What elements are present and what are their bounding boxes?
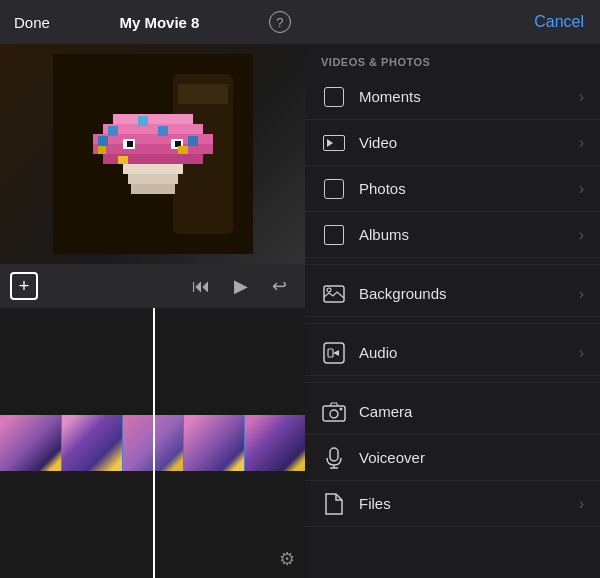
right-header: Cancel — [305, 0, 600, 44]
voiceover-svg — [325, 447, 343, 469]
settings-icon[interactable]: ⚙ — [279, 549, 295, 569]
svg-rect-30 — [330, 448, 338, 461]
svg-rect-14 — [131, 184, 175, 194]
svg-rect-16 — [138, 116, 148, 126]
svg-rect-2 — [178, 84, 228, 104]
menu-item-voiceover[interactable]: Voiceover — [305, 435, 600, 481]
svg-rect-15 — [108, 126, 118, 136]
section-label: VIDEOS & PHOTOS — [305, 44, 600, 74]
albums-icon — [321, 222, 347, 248]
clip-thumb-2 — [61, 415, 122, 471]
menu-item-files[interactable]: Files › — [305, 481, 600, 527]
photos-chevron: › — [579, 180, 584, 198]
menu-item-camera[interactable]: Camera — [305, 389, 600, 435]
albums-chevron: › — [579, 226, 584, 244]
clip-thumb-1 — [0, 415, 61, 471]
photos-icon — [321, 176, 347, 202]
menu-item-video[interactable]: Video › — [305, 120, 600, 166]
svg-rect-17 — [158, 126, 168, 136]
gear-area[interactable]: ⚙ — [279, 548, 295, 570]
menu-item-albums[interactable]: Albums › — [305, 212, 600, 258]
svg-point-29 — [340, 407, 343, 410]
video-chevron: › — [579, 134, 584, 152]
svg-rect-22 — [98, 146, 106, 154]
camera-icon — [321, 399, 347, 425]
preview-image — [0, 44, 305, 264]
camera-label: Camera — [359, 403, 584, 420]
preview-area — [0, 44, 305, 264]
voiceover-label: Voiceover — [359, 449, 584, 466]
photos-label: Photos — [359, 180, 579, 197]
top-bar: Done My Movie 8 ? — [0, 0, 305, 44]
done-button[interactable]: Done — [14, 14, 50, 31]
backgrounds-label: Backgrounds — [359, 285, 579, 302]
menu-item-moments[interactable]: Moments › — [305, 74, 600, 120]
svg-rect-20 — [118, 156, 128, 164]
albums-label: Albums — [359, 226, 579, 243]
menu-item-audio[interactable]: Audio › — [305, 330, 600, 376]
camera-svg — [322, 402, 346, 422]
preview-art — [53, 54, 253, 254]
divider-3 — [305, 382, 600, 383]
clip-thumb-5 — [244, 415, 305, 471]
cancel-button[interactable]: Cancel — [534, 13, 584, 31]
svg-point-24 — [327, 288, 331, 292]
toolbar: + ⏮ ▶ ↩ — [0, 264, 305, 308]
clip-thumb-4 — [183, 415, 244, 471]
divider-2 — [305, 323, 600, 324]
audio-chevron: › — [579, 344, 584, 362]
video-icon — [321, 130, 347, 156]
skip-to-start-button[interactable]: ⏮ — [184, 272, 218, 301]
svg-rect-10 — [127, 141, 133, 147]
svg-rect-12 — [123, 164, 183, 174]
svg-rect-18 — [188, 136, 198, 146]
divider-1 — [305, 264, 600, 265]
svg-rect-19 — [98, 136, 108, 146]
moments-label: Moments — [359, 88, 579, 105]
undo-button[interactable]: ↩ — [264, 271, 295, 301]
audio-svg — [323, 342, 345, 364]
files-icon — [321, 491, 347, 517]
audio-icon — [321, 340, 347, 366]
right-panel: Cancel VIDEOS & PHOTOS Moments › Video ›… — [305, 0, 600, 578]
left-panel: Done My Movie 8 ? — [0, 0, 305, 578]
play-button[interactable]: ▶ — [226, 271, 256, 301]
files-svg — [324, 493, 344, 515]
voiceover-icon — [321, 445, 347, 471]
svg-rect-13 — [128, 174, 178, 184]
moments-icon — [321, 84, 347, 110]
playhead — [153, 308, 155, 578]
files-label: Files — [359, 495, 579, 512]
help-button[interactable]: ? — [269, 11, 291, 33]
backgrounds-svg — [323, 285, 345, 303]
files-chevron: › — [579, 495, 584, 513]
video-label: Video — [359, 134, 579, 151]
svg-rect-26 — [328, 349, 333, 357]
svg-point-28 — [330, 410, 338, 418]
timeline-area: ⚙ — [0, 308, 305, 578]
menu-item-backgrounds[interactable]: Backgrounds › — [305, 271, 600, 317]
add-button[interactable]: + — [10, 272, 38, 300]
movie-title: My Movie 8 — [119, 14, 199, 31]
moments-chevron: › — [579, 88, 584, 106]
backgrounds-chevron: › — [579, 285, 584, 303]
backgrounds-icon — [321, 281, 347, 307]
audio-label: Audio — [359, 344, 579, 361]
svg-rect-21 — [178, 146, 188, 154]
svg-rect-3 — [113, 114, 193, 124]
menu-item-photos[interactable]: Photos › — [305, 166, 600, 212]
